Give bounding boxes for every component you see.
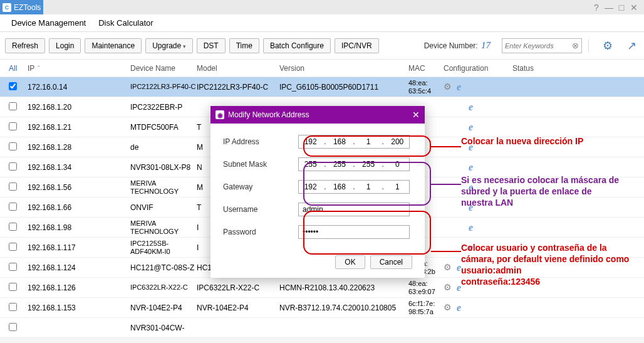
- cell-device-name: ONVIF: [130, 203, 197, 212]
- upgrade-button[interactable]: Upgrade: [145, 38, 193, 53]
- table-row[interactable]: NVR301-04CW-: [0, 318, 644, 338]
- annotation-cred-text: Colocar usuario y contraseña de la cámar…: [461, 242, 630, 287]
- search-box[interactable]: ⊗: [502, 38, 582, 53]
- row-checkbox[interactable]: [9, 182, 17, 191]
- col-version[interactable]: Version: [279, 64, 408, 73]
- cell-configuration: e: [444, 162, 512, 173]
- col-model[interactable]: Model: [197, 64, 279, 73]
- row-checkbox[interactable]: [9, 243, 17, 251]
- row-checkbox[interactable]: [9, 162, 17, 171]
- search-input[interactable]: [505, 42, 572, 50]
- row-checkbox[interactable]: [9, 142, 17, 150]
- dst-button[interactable]: DST: [197, 38, 226, 53]
- cell-ip: 192.168.1.34: [28, 163, 130, 172]
- browser-e-icon[interactable]: e: [469, 102, 473, 113]
- gateway-input[interactable]: 192. 168. 1. 1: [298, 180, 410, 194]
- row-checkbox[interactable]: [9, 122, 17, 130]
- browser-e-icon[interactable]: e: [457, 302, 461, 314]
- row-checkbox[interactable]: [9, 102, 17, 110]
- ip-address-input[interactable]: 192. 168. 1. 200: [298, 135, 410, 149]
- annotation-ip-text: Colocar la nueva dirección IP: [461, 135, 643, 147]
- row-checkbox[interactable]: [9, 203, 17, 211]
- login-button[interactable]: Login: [49, 38, 81, 53]
- cell-model: IPC6322LR-X22-C: [197, 283, 279, 292]
- browser-e-icon[interactable]: e: [469, 222, 473, 233]
- minimize-icon[interactable]: —: [603, 3, 615, 13]
- ipc-nvr-button[interactable]: IPC/NVR: [335, 38, 379, 53]
- cell-device-name: MTDFC500FA: [130, 123, 197, 132]
- cell-device-name: MERIVA TECHNOLOGY: [130, 219, 197, 236]
- annotation-mask-line: [431, 184, 461, 185]
- subnet-mask-input[interactable]: 255. 255. 255. 0: [298, 157, 410, 171]
- cell-configuration: e: [444, 102, 512, 113]
- browser-e-icon[interactable]: e: [469, 162, 473, 173]
- title-bar: C EZTools: [0, 0, 43, 14]
- password-label: Password: [223, 228, 298, 236]
- col-all[interactable]: All: [0, 64, 28, 73]
- export-icon[interactable]: ↗: [624, 38, 639, 53]
- config-gear-icon[interactable]: ⚙: [444, 262, 452, 273]
- close-icon[interactable]: ✕: [628, 3, 640, 13]
- row-checkbox[interactable]: [9, 223, 17, 231]
- browser-e-icon[interactable]: e: [457, 82, 461, 93]
- cell-configuration: e: [444, 122, 512, 133]
- cell-mac: 6c:f1:7e: 98:f5:7a: [408, 300, 444, 316]
- col-device-name[interactable]: Device Name: [130, 64, 197, 73]
- cell-device-name: IPC2122LR3-PF40-C: [130, 83, 197, 91]
- config-gear-icon[interactable]: ⚙: [444, 282, 452, 293]
- cell-device-name: IPC2322EBR-P: [130, 103, 197, 112]
- row-checkbox[interactable]: [9, 82, 17, 90]
- cell-ip: 192.168.1.124: [28, 263, 130, 272]
- col-configuration[interactable]: Configuration: [444, 64, 512, 73]
- cancel-button[interactable]: Cancel: [370, 255, 412, 269]
- row-checkbox[interactable]: [9, 303, 17, 311]
- cell-ip: 192.168.1.20: [28, 103, 130, 112]
- cell-model: NVR-104E2-P4: [197, 303, 279, 312]
- row-checkbox[interactable]: [9, 323, 17, 331]
- ok-button[interactable]: OK: [335, 255, 365, 269]
- table-header: All IP Device Name Model Version MAC Con…: [0, 60, 644, 77]
- cell-ip: 192.168.1.66: [28, 203, 130, 212]
- cell-configuration: ⚙e: [444, 302, 512, 314]
- modal-logo-icon: ◉: [216, 110, 224, 119]
- config-gear-icon[interactable]: ⚙: [444, 302, 452, 314]
- cell-configuration: ⚙e: [444, 82, 512, 93]
- settings-gear-icon[interactable]: ⚙: [600, 38, 615, 53]
- refresh-button[interactable]: Refresh: [5, 38, 45, 53]
- browser-e-icon[interactable]: e: [469, 122, 473, 133]
- menu-disk-calculator[interactable]: Disk Calculator: [92, 16, 159, 31]
- cell-version: IPC_G6105-B0005P60D1711: [279, 83, 408, 92]
- username-input[interactable]: [298, 203, 410, 216]
- cell-device-name: HC121@TC-08S-Z: [130, 263, 197, 272]
- cell-ip: 192.168.1.56: [28, 183, 130, 192]
- col-mac[interactable]: MAC: [408, 64, 444, 73]
- maximize-icon[interactable]: □: [615, 3, 628, 13]
- modal-close-icon[interactable]: ✕: [412, 110, 420, 120]
- search-clear-icon[interactable]: ⊗: [572, 41, 579, 50]
- password-input[interactable]: [298, 225, 410, 239]
- toolbar: Refresh Login Maintenance Upgrade DST Ti…: [0, 32, 644, 60]
- annotation-ip-line: [431, 146, 461, 147]
- table-row[interactable]: 192.168.1.153NVR-104E2-P4NVR-104E2-P4NVR…: [0, 298, 644, 318]
- app-logo-icon: C: [3, 3, 11, 12]
- config-gear-icon[interactable]: ⚙: [444, 82, 452, 93]
- table-row[interactable]: 172.16.0.14IPC2122LR3-PF40-CIPC2122LR3-P…: [0, 77, 644, 97]
- cell-ip: 192.168.1.126: [28, 283, 130, 292]
- col-ip[interactable]: IP: [28, 64, 130, 73]
- menu-device-management[interactable]: Device Management: [5, 16, 92, 31]
- cell-model: IPC2122LR3-PF40-C: [197, 83, 279, 92]
- row-checkbox[interactable]: [9, 283, 17, 291]
- batch-configure-button[interactable]: Batch Configure: [263, 38, 331, 53]
- help-icon[interactable]: ?: [590, 3, 603, 13]
- row-checkbox[interactable]: [9, 263, 17, 271]
- maintenance-button[interactable]: Maintenance: [85, 38, 142, 53]
- cell-device-name: IPC2125SB-ADF40KM-I0: [130, 240, 197, 256]
- cell-mac: 48:ea: 63:e9:07: [408, 280, 444, 296]
- cell-ip: 192.168.1.28: [28, 143, 130, 152]
- gateway-label: Gateway: [223, 182, 298, 191]
- col-status[interactable]: Status: [512, 64, 644, 73]
- ip-address-label: IP Address: [223, 137, 298, 146]
- cell-device-name: NVR301-08LX-P8: [130, 163, 197, 172]
- username-label: Username: [223, 205, 298, 214]
- time-button[interactable]: Time: [229, 38, 259, 53]
